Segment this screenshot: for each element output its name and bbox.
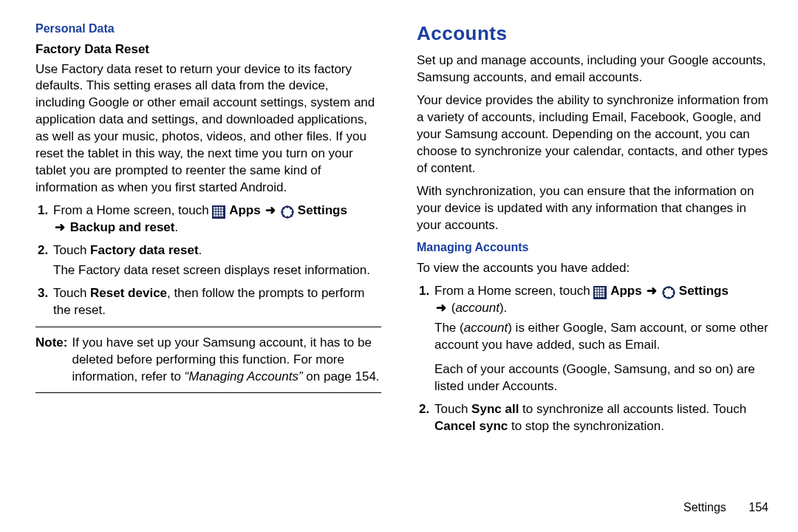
period: . (174, 220, 178, 234)
svg-rect-30 (600, 287, 602, 290)
svg-rect-16 (222, 215, 224, 217)
step-1: From a Home screen, touch Apps ➜ (52, 202, 381, 236)
footer-page-number: 154 (748, 499, 768, 516)
sub1-a: The ( (434, 321, 464, 335)
svg-rect-43 (603, 296, 605, 298)
step3-text-a: Touch (53, 286, 90, 300)
cancel-sync-label: Cancel sync (434, 419, 508, 433)
svg-rect-32 (595, 290, 597, 293)
arrow-icon: ➜ (645, 284, 658, 298)
svg-rect-13 (214, 215, 216, 217)
svg-rect-41 (598, 296, 600, 298)
svg-rect-12 (222, 212, 224, 214)
ma-step-1: From a Home screen, touch Apps ➜ (433, 283, 768, 395)
note-block: Note: If you have set up your Samsung ac… (35, 335, 381, 386)
ma-step1-sub2: Each of your accounts (Google, Samsung, … (434, 361, 768, 395)
svg-rect-21 (292, 211, 294, 213)
page-footer: Settings 154 (683, 499, 768, 516)
arrow-icon: ➜ (53, 220, 66, 234)
arrow-icon: ➜ (264, 203, 277, 217)
svg-rect-46 (668, 297, 669, 299)
settings-label: Settings (679, 284, 729, 298)
factory-data-reset-label: Factory data reset (90, 243, 198, 257)
svg-rect-28 (595, 287, 597, 290)
svg-rect-31 (603, 287, 605, 290)
svg-rect-47 (663, 292, 665, 293)
left-column: Personal Data Factory Data Reset Use Fac… (0, 0, 399, 532)
svg-rect-18 (287, 206, 288, 208)
svg-rect-2 (216, 207, 219, 209)
s2-mid: to synchronize all accounts listed. Touc… (519, 402, 746, 416)
gear-icon (281, 205, 294, 218)
svg-rect-19 (287, 216, 288, 219)
svg-rect-20 (282, 211, 284, 213)
period: . (199, 243, 202, 257)
apps-grid-icon (593, 285, 607, 299)
section-heading-personal-data: Personal Data (35, 21, 381, 37)
svg-rect-33 (598, 290, 600, 293)
svg-rect-5 (214, 210, 216, 212)
svg-rect-15 (219, 215, 221, 217)
step-2: Touch Factory data reset. The Factory da… (52, 242, 381, 279)
accounts-p3: With synchronization, you can ensure tha… (417, 183, 768, 234)
svg-point-53 (666, 290, 671, 295)
note-label: Note: (35, 335, 67, 386)
sync-all-label: Sync all (471, 402, 519, 416)
managing-accounts-steps: From a Home screen, touch Apps ➜ (433, 283, 768, 435)
managing-lead: To view the accounts you have added: (417, 260, 768, 277)
intro-paragraph: Use Factory data reset to return your de… (35, 61, 381, 197)
factory-reset-steps: From a Home screen, touch Apps ➜ (52, 202, 381, 319)
settings-label: Settings (298, 203, 347, 217)
svg-rect-45 (668, 287, 669, 289)
note-text-b: on page 154. (303, 369, 380, 383)
svg-rect-35 (603, 290, 605, 293)
note-ref: “Managing Accounts” (185, 369, 303, 383)
svg-rect-4 (222, 207, 224, 209)
svg-rect-3 (219, 207, 221, 209)
svg-rect-37 (598, 293, 600, 295)
footer-section: Settings (683, 501, 726, 514)
reset-device-label: Reset device (90, 286, 167, 300)
svg-rect-7 (219, 210, 221, 212)
apps-label: Apps (229, 203, 261, 217)
apps-label: Apps (610, 284, 642, 298)
account-italic: account (455, 301, 499, 315)
svg-rect-6 (216, 210, 219, 212)
svg-rect-42 (600, 296, 602, 298)
step-3: Touch Reset device, then follow the prom… (52, 285, 381, 319)
apps-grid-icon (212, 205, 225, 218)
step2-sub: The Factory data reset screen displays r… (53, 262, 381, 279)
svg-rect-36 (595, 293, 597, 295)
divider (35, 392, 381, 393)
heading-factory-data-reset: Factory Data Reset (35, 41, 381, 58)
accounts-p2: Your device provides the ability to sync… (417, 92, 768, 177)
svg-rect-10 (216, 212, 219, 214)
accounts-p1: Set up and manage accounts, including yo… (417, 52, 768, 86)
heading-accounts: Accounts (417, 21, 768, 47)
step1-text: From a Home screen, touch (53, 203, 212, 217)
gear-icon (662, 285, 675, 299)
svg-rect-29 (598, 287, 600, 290)
arrow-icon: ➜ (434, 301, 448, 315)
page: Personal Data Factory Data Reset Use Fac… (0, 0, 798, 532)
svg-rect-39 (603, 293, 605, 295)
svg-point-26 (285, 210, 290, 214)
step2-text: Touch (53, 243, 90, 257)
paren-close: ). (499, 301, 507, 315)
svg-rect-1 (214, 207, 216, 209)
s2-end: to stop the synchronization. (508, 419, 664, 433)
ma-step-2: Touch Sync all to synchronize all accoun… (433, 401, 768, 435)
svg-rect-40 (595, 296, 597, 298)
svg-rect-8 (222, 210, 224, 212)
section-heading-managing-accounts: Managing Accounts (417, 239, 768, 256)
svg-rect-48 (673, 292, 675, 293)
svg-rect-14 (216, 215, 219, 217)
divider (35, 327, 381, 327)
account-italic: account (464, 321, 508, 335)
svg-rect-11 (219, 212, 221, 214)
svg-rect-9 (214, 212, 216, 214)
ma-step1-text: From a Home screen, touch (434, 284, 593, 298)
svg-rect-34 (600, 290, 602, 293)
ma-step1-sub1: The (account) is either Google, Sam acco… (434, 320, 768, 354)
svg-rect-38 (600, 293, 602, 295)
